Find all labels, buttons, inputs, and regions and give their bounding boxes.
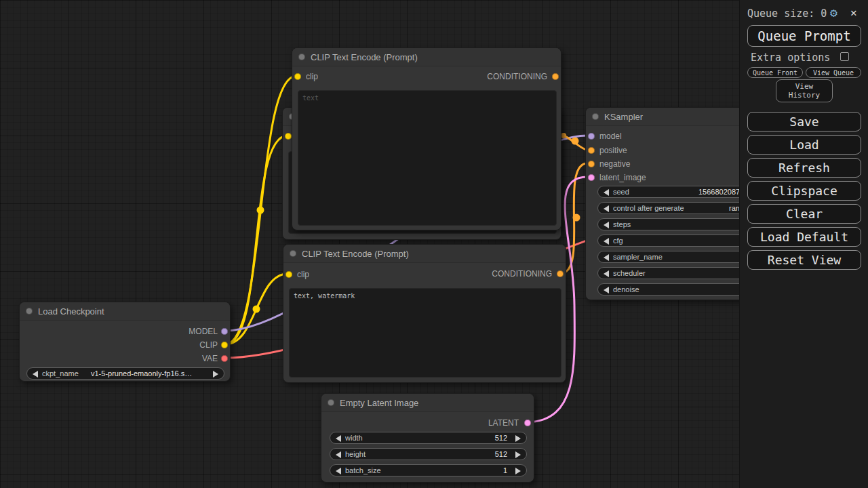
increment-arrow-icon[interactable] xyxy=(515,435,521,442)
widget-label: seed xyxy=(613,188,629,196)
widget-label: ckpt_name xyxy=(42,369,79,378)
clip-output-dot[interactable] xyxy=(221,342,228,348)
view-history-button[interactable]: View History xyxy=(776,79,833,102)
model-input-dot[interactable] xyxy=(588,133,595,140)
conditioning-output-label: CONDITIONING xyxy=(492,269,552,279)
node-title: Empty Latent Image xyxy=(340,398,418,408)
node-title: Load Checkpoint xyxy=(38,306,104,317)
decrement-arrow-icon[interactable] xyxy=(336,435,341,442)
clip-input-dot[interactable] xyxy=(294,73,301,80)
latent-image-input-label: latent_image xyxy=(599,173,646,182)
widget-label: width xyxy=(345,434,363,442)
node-title: CLIP Text Encode (Prompt) xyxy=(311,52,418,62)
prompt-textarea[interactable]: text, watermark xyxy=(289,288,561,378)
widget-label: scheduler xyxy=(613,269,646,277)
prompt-textarea[interactable]: text xyxy=(298,90,557,226)
widget-label: cfg xyxy=(613,237,623,245)
node-collapse-dot[interactable] xyxy=(592,113,599,120)
widget-label: batch_size xyxy=(345,466,381,474)
refresh-button[interactable]: Refresh xyxy=(747,158,861,178)
latent-image-input-dot[interactable] xyxy=(588,174,595,181)
node-title: CLIP Text Encode (Prompt) xyxy=(302,249,409,259)
increment-arrow-icon[interactable] xyxy=(213,371,218,378)
node-title-bar[interactable]: Load Checkpoint xyxy=(20,302,230,321)
batch-size-widget[interactable]: batch_size 1 xyxy=(330,464,527,476)
latent-output-label: LATENT xyxy=(488,418,519,428)
width-widget[interactable]: width 512 xyxy=(330,432,527,444)
ckpt-name-widget[interactable]: ckpt_name v1-5-pruned-emaonly-fp16.s… xyxy=(26,367,224,380)
decrement-arrow-icon[interactable] xyxy=(604,270,609,277)
model-output-dot[interactable] xyxy=(221,328,228,335)
close-icon[interactable]: ✕ xyxy=(850,6,857,19)
node-empty-latent-image[interactable]: Empty Latent Image LATENT width 512 heig… xyxy=(321,393,534,483)
node-collapse-dot[interactable] xyxy=(298,54,305,60)
widget-label: height xyxy=(345,450,366,458)
node-clip-text-encode-empty[interactable]: CLIP Text Encode (Prompt) clip CONDITION… xyxy=(292,47,561,230)
node-load-checkpoint[interactable]: Load Checkpoint MODEL CLIP VAE ckpt_name… xyxy=(19,302,231,382)
decrement-arrow-icon[interactable] xyxy=(604,238,609,245)
negative-input-dot[interactable] xyxy=(588,161,595,167)
extra-options-label: Extra options xyxy=(751,52,830,64)
extra-options-checkbox[interactable] xyxy=(840,52,849,61)
widget-label: steps xyxy=(613,220,631,228)
comfy-menu-panel: Queue size: 0 ⚙ ✕ Queue Prompt Extra opt… xyxy=(739,0,868,488)
widget-label: denoise xyxy=(613,285,639,293)
vae-output-dot[interactable] xyxy=(221,355,228,362)
node-title-bar[interactable]: CLIP Text Encode (Prompt) xyxy=(283,245,566,263)
load-button[interactable]: Load xyxy=(747,135,861,155)
decrement-arrow-icon[interactable] xyxy=(604,189,609,196)
conditioning-output-dot[interactable] xyxy=(552,73,559,80)
link-midpoint-dot xyxy=(572,138,579,145)
increment-arrow-icon[interactable] xyxy=(515,468,521,474)
clip-input-dot[interactable] xyxy=(285,133,292,140)
widget-value: 512 xyxy=(495,434,507,442)
link-midpoint-dot xyxy=(561,133,566,138)
node-collapse-dot[interactable] xyxy=(26,308,33,314)
queue-front-button[interactable]: Queue Front xyxy=(747,67,803,78)
model-input-label: model xyxy=(599,131,622,141)
reset-view-button[interactable]: Reset View xyxy=(747,250,861,270)
height-widget[interactable]: height 512 xyxy=(330,448,527,460)
save-button[interactable]: Save xyxy=(747,112,861,131)
clip-input-label: clip xyxy=(306,72,318,81)
widget-value: v1-5-pruned-emaonly-fp16.s… xyxy=(91,369,192,378)
clip-output-label: CLIP xyxy=(199,340,218,350)
widget-value: 1 xyxy=(503,466,507,474)
latent-output-dot[interactable] xyxy=(524,420,531,426)
positive-input-label: positive xyxy=(599,146,627,155)
node-graph-canvas[interactable]: CLIP Text Encode (Prompt) clip CONDITION… xyxy=(0,0,868,488)
widget-value: 512 xyxy=(495,450,507,458)
vae-output-label: VAE xyxy=(202,354,218,363)
decrement-arrow-icon[interactable] xyxy=(604,205,609,212)
wire-clip-to-positive-prompt xyxy=(225,136,288,344)
clip-input-label: clip xyxy=(297,270,309,279)
decrement-arrow-icon[interactable] xyxy=(336,451,341,458)
clip-input-dot[interactable] xyxy=(285,271,292,278)
model-output-label: MODEL xyxy=(189,327,218,336)
decrement-arrow-icon[interactable] xyxy=(604,287,609,293)
clear-button[interactable]: Clear xyxy=(747,204,861,224)
decrement-arrow-icon[interactable] xyxy=(336,468,341,474)
node-title-bar[interactable]: CLIP Text Encode (Prompt) xyxy=(292,48,561,66)
node-collapse-dot[interactable] xyxy=(328,399,334,406)
decrement-arrow-icon[interactable] xyxy=(604,222,609,228)
settings-gear-icon[interactable]: ⚙ xyxy=(830,5,837,20)
increment-arrow-icon[interactable] xyxy=(515,451,521,458)
link-midpoint-dot xyxy=(573,214,580,222)
link-midpoint-dot xyxy=(253,306,260,313)
decrement-arrow-icon[interactable] xyxy=(604,254,609,261)
queue-prompt-button[interactable]: Queue Prompt xyxy=(747,25,861,47)
widget-value: 15668020871 xyxy=(698,188,744,196)
node-title-bar[interactable]: Empty Latent Image xyxy=(321,394,534,412)
clipspace-button[interactable]: Clipspace xyxy=(747,181,861,201)
widget-label: control after generate xyxy=(613,204,684,212)
node-clip-text-encode-negative[interactable]: CLIP Text Encode (Prompt) clip CONDITION… xyxy=(283,244,566,383)
load-default-button[interactable]: Load Default xyxy=(747,227,861,247)
node-collapse-dot[interactable] xyxy=(290,250,296,257)
positive-input-dot[interactable] xyxy=(588,147,595,154)
queue-size-label: Queue size: 0 xyxy=(747,7,827,20)
conditioning-output-dot[interactable] xyxy=(557,270,564,277)
view-queue-button[interactable]: View Queue xyxy=(806,67,861,78)
decrement-arrow-icon[interactable] xyxy=(33,371,38,378)
negative-input-label: negative xyxy=(599,159,630,169)
